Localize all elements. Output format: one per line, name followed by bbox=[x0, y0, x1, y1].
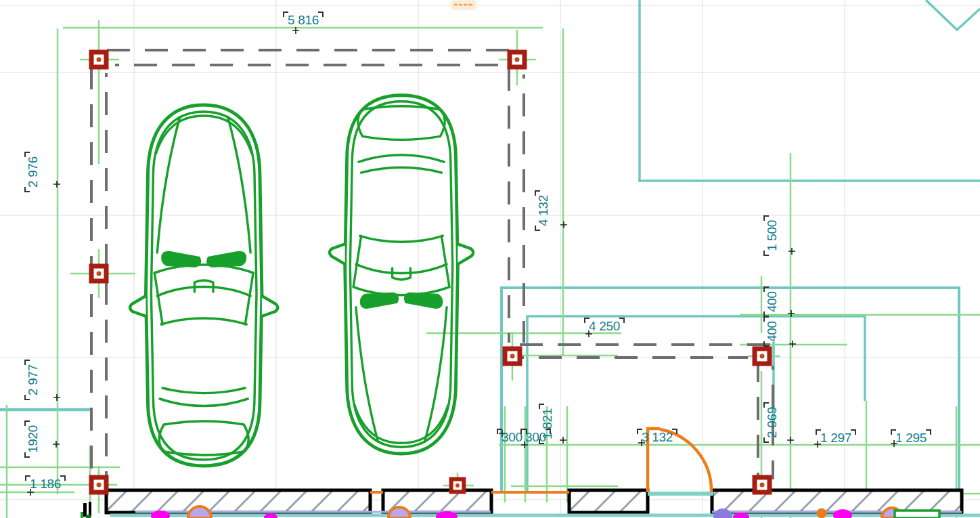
dimension-label[interactable]: 1920 bbox=[26, 425, 39, 453]
dimension-label[interactable]: 300 bbox=[502, 431, 522, 444]
dimension-label[interactable]: 400 bbox=[765, 321, 778, 342]
cad-canvas[interactable]: 5 816 2 976 2 977 1920 1 186 4 132 4 250… bbox=[0, 0, 980, 518]
section-mark bbox=[89, 502, 91, 517]
dimension-label[interactable]: 2 977 bbox=[26, 364, 39, 395]
dimension-label[interactable]: 1 297 bbox=[820, 431, 851, 444]
post[interactable] bbox=[510, 52, 525, 67]
fixture-arc bbox=[188, 506, 211, 518]
vehicle-top-view-right[interactable] bbox=[330, 95, 473, 454]
post[interactable] bbox=[505, 349, 520, 364]
carport-posts[interactable] bbox=[91, 52, 770, 492]
dimension-label[interactable]: 2 976 bbox=[26, 156, 39, 188]
post[interactable] bbox=[451, 479, 464, 492]
canvas-widget-handle[interactable] bbox=[451, 0, 476, 10]
vehicle-top-view-left[interactable] bbox=[130, 105, 277, 466]
dimension-label[interactable]: 5 816 bbox=[288, 14, 319, 26]
post[interactable] bbox=[91, 266, 106, 281]
fixture-box bbox=[895, 511, 939, 518]
dimension-label[interactable]: 300 bbox=[525, 431, 546, 444]
fixture-dot bbox=[817, 509, 827, 518]
dimension-label[interactable]: 4 250 bbox=[589, 320, 620, 332]
dimension-label[interactable]: 1 186 bbox=[30, 477, 61, 490]
dimension-label[interactable]: 1 295 bbox=[895, 431, 927, 444]
post[interactable] bbox=[91, 52, 106, 67]
dimension-label[interactable]: 2 069 bbox=[765, 407, 778, 438]
dimension-label[interactable]: 3 132 bbox=[642, 431, 673, 444]
post[interactable] bbox=[91, 477, 106, 492]
dimension-label[interactable]: 4 132 bbox=[537, 195, 550, 226]
dimension-label[interactable]: 400 bbox=[765, 291, 778, 312]
dimension-label[interactable]: 1 500 bbox=[765, 220, 778, 251]
post[interactable] bbox=[755, 349, 770, 364]
post[interactable] bbox=[755, 477, 770, 492]
fixture-arc bbox=[388, 507, 410, 518]
